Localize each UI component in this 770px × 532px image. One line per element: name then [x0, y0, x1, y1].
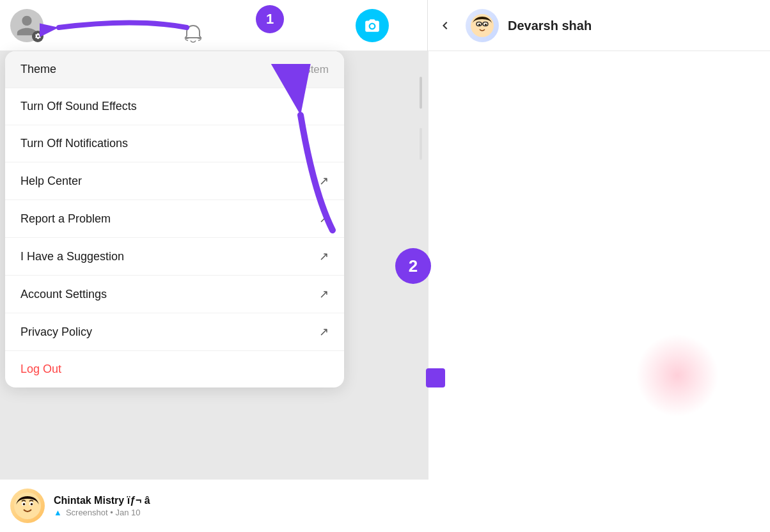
annotation-badge-1: 1	[256, 5, 284, 33]
contact-meta-text: Screenshot • Jan 10	[66, 508, 141, 517]
menu-item-privacy[interactable]: Privacy Policy ↗	[5, 313, 344, 351]
theme-label: Theme	[20, 63, 56, 76]
snapchat-logo-icon: ▲	[54, 508, 62, 517]
snapchat-ghost-icon[interactable]	[179, 20, 207, 51]
account-external-icon: ↗	[319, 287, 329, 301]
bottom-contact[interactable]: Chintak Mistry ïƒ¬ â ▲ Screenshot • Jan …	[0, 480, 428, 532]
camera-button[interactable]	[356, 9, 389, 42]
suggestion-label: I Have a Suggestion	[20, 250, 124, 263]
svg-point-3	[478, 24, 480, 26]
svg-point-12	[23, 503, 26, 506]
theme-value: System	[292, 63, 329, 76]
right-panel	[428, 51, 770, 532]
gear-badge	[32, 31, 43, 42]
report-label: Report a Problem	[20, 212, 111, 226]
suggestion-external-icon: ↗	[319, 249, 329, 263]
left-panel: Theme System Turn Off Sound Effects Turn…	[0, 51, 428, 532]
sound-label: Turn Off Sound Effects	[20, 100, 137, 113]
menu-item-notifications[interactable]: Turn Off Notifications	[5, 125, 344, 162]
user-avatar[interactable]	[10, 9, 43, 42]
menu-item-logout[interactable]: Log Out	[5, 351, 344, 387]
privacy-label: Privacy Policy	[20, 325, 92, 339]
chat-user-name: Devarsh shah	[508, 19, 592, 33]
privacy-external-icon: ↗	[319, 325, 329, 339]
contact-info: Chintak Mistry ïƒ¬ â ▲ Screenshot • Jan …	[54, 495, 418, 517]
logout-label: Log Out	[20, 363, 61, 376]
pink-blur-decoration	[636, 334, 719, 417]
chat-user-avatar	[466, 9, 499, 42]
contact-avatar	[10, 489, 45, 523]
menu-item-help[interactable]: Help Center ↗	[5, 162, 344, 200]
help-external-icon: ↗	[319, 174, 329, 188]
menu-item-suggestion[interactable]: I Have a Suggestion ↗	[5, 238, 344, 276]
notifications-label: Turn Off Notifications	[20, 137, 128, 150]
annotation-badge-2: 2	[395, 248, 431, 284]
svg-point-13	[31, 503, 33, 506]
help-label: Help Center	[20, 175, 82, 188]
report-external-icon: ↗	[319, 212, 329, 226]
scroll-indicator	[420, 128, 422, 160]
settings-dropdown: Theme System Turn Off Sound Effects Turn…	[5, 51, 344, 387]
contact-name: Chintak Mistry ïƒ¬ â	[54, 495, 418, 506]
svg-point-4	[485, 24, 487, 26]
menu-item-sound[interactable]: Turn Off Sound Effects	[5, 88, 344, 125]
account-label: Account Settings	[20, 288, 107, 301]
purple-square-decoration	[426, 368, 445, 387]
menu-item-account[interactable]: Account Settings ↗	[5, 276, 344, 313]
menu-item-report[interactable]: Report a Problem ↗	[5, 200, 344, 238]
menu-item-theme[interactable]: Theme System	[5, 51, 344, 88]
scroll-indicator	[420, 77, 422, 109]
contact-meta: ▲ Screenshot • Jan 10	[54, 508, 418, 517]
back-button[interactable]	[434, 14, 457, 37]
